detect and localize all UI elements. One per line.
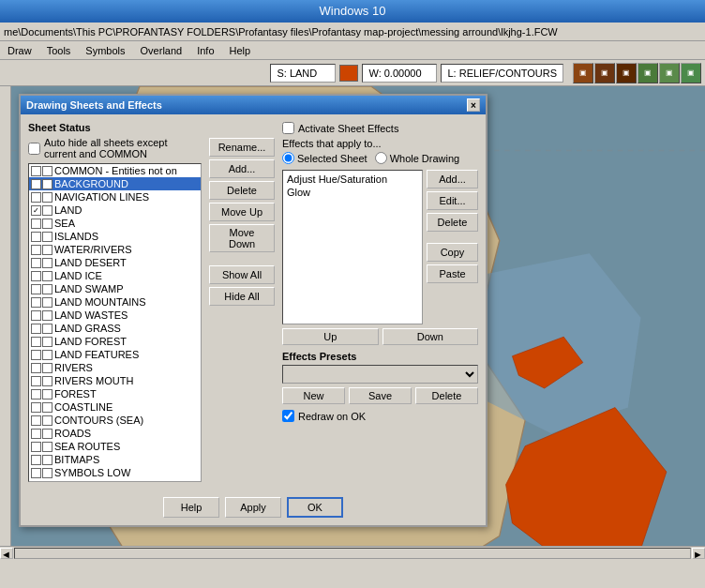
sheet-list-item[interactable]: LAND WASTES <box>29 309 201 322</box>
sheet-visibility-check-1[interactable] <box>31 468 41 478</box>
sheet-list-item[interactable]: BACKGROUND <box>29 177 201 190</box>
sheet-list-item[interactable]: FOREST <box>29 387 201 400</box>
sheet-visibility-check-1[interactable] <box>31 455 41 465</box>
presets-dropdown[interactable] <box>282 365 478 384</box>
sheet-visibility-check-2[interactable] <box>42 376 52 386</box>
sheet-visibility-check-2[interactable] <box>42 284 52 294</box>
add-sheet-button[interactable]: Add... <box>209 159 275 178</box>
sheet-list-item[interactable]: LAND GRASS <box>29 322 201 335</box>
toolbar-btn-3[interactable]: ▣ <box>616 63 637 83</box>
save-preset-button[interactable]: Save <box>349 387 412 404</box>
scroll-right-button[interactable]: ► <box>692 548 705 559</box>
whole-drawing-radio[interactable] <box>375 152 387 164</box>
menu-info[interactable]: Info <box>193 44 218 57</box>
sheet-visibility-check-2[interactable] <box>42 258 52 268</box>
sheet-list-item[interactable]: SEA <box>29 217 201 230</box>
sheet-list-item[interactable]: CONTOURS (SEA) <box>29 414 201 427</box>
sheet-visibility-check-1[interactable] <box>31 429 41 439</box>
edit-effect-button[interactable]: Edit... <box>427 191 478 210</box>
sheet-visibility-check-1[interactable] <box>31 389 41 400</box>
redraw-checkbox[interactable] <box>282 410 294 422</box>
sheet-visibility-check-1[interactable] <box>31 179 41 189</box>
selected-sheet-radio[interactable] <box>282 152 294 164</box>
toolbar-btn-5[interactable]: ▣ <box>659 63 680 83</box>
menu-help[interactable]: Help <box>226 44 255 57</box>
bottom-scrollbar[interactable]: ◄ ► <box>0 546 705 559</box>
sheet-visibility-check-2[interactable] <box>42 468 52 478</box>
rename-button[interactable]: Rename... <box>209 138 275 157</box>
move-up-button[interactable]: Move Up <box>209 203 275 221</box>
sheet-visibility-check-2[interactable] <box>42 350 52 360</box>
show-all-button[interactable]: Show All <box>209 265 275 284</box>
sheet-visibility-check-2[interactable] <box>42 481 52 483</box>
sheet-visibility-check-1[interactable] <box>31 219 41 229</box>
horizontal-scrollbar[interactable] <box>14 548 691 559</box>
sheet-visibility-check-2[interactable] <box>42 179 52 189</box>
sheet-list-item[interactable]: ROADS <box>29 427 201 440</box>
menu-tools[interactable]: Tools <box>43 44 75 57</box>
toolbar-btn-1[interactable]: ▣ <box>573 63 593 83</box>
sheet-visibility-check-2[interactable] <box>42 455 52 465</box>
sheet-list-item[interactable]: COASTLINE <box>29 400 201 414</box>
ok-button[interactable]: OK <box>287 497 343 518</box>
paste-effect-button[interactable]: Paste <box>427 264 478 283</box>
sheet-visibility-check-1[interactable] <box>31 258 41 268</box>
new-preset-button[interactable]: New <box>282 387 345 404</box>
sheet-visibility-check-2[interactable] <box>42 245 52 255</box>
sheet-visibility-check-2[interactable] <box>42 363 52 373</box>
effect-hue-saturation[interactable]: Adjust Hue/Saturation <box>285 173 420 186</box>
delete-preset-button[interactable]: Delete <box>415 387 478 404</box>
menu-draw[interactable]: Draw <box>4 44 36 57</box>
effect-glow[interactable]: Glow <box>285 186 420 199</box>
close-button[interactable]: × <box>467 98 480 112</box>
add-effect-button[interactable]: Add... <box>427 170 478 188</box>
sheet-list-item[interactable]: BITMAPS <box>29 453 201 466</box>
sheet-list[interactable]: COMMON - Entities not onBACKGROUNDNAVIGA… <box>28 163 202 482</box>
down-button[interactable]: Down <box>382 328 479 345</box>
sheet-visibility-check-1[interactable] <box>31 232 41 242</box>
sheet-list-item[interactable]: SEA ROUTES <box>29 440 201 453</box>
sheet-visibility-check-1[interactable] <box>31 350 41 360</box>
sheet-list-item[interactable]: RIVERS <box>29 361 201 374</box>
sheet-list-item[interactable]: NAVIGATION LINES <box>29 190 201 204</box>
sheet-list-item[interactable]: ✓LAND <box>29 204 201 217</box>
sheet-visibility-check-1[interactable] <box>31 337 41 347</box>
menu-overland[interactable]: Overland <box>137 44 187 57</box>
sheet-visibility-check-2[interactable] <box>42 429 52 439</box>
sheet-list-item[interactable]: ISLANDS <box>29 230 201 243</box>
toolbar-btn-4[interactable]: ▣ <box>638 63 658 83</box>
sheet-visibility-check-1[interactable] <box>31 442 41 452</box>
auto-hide-checkbox[interactable] <box>28 143 40 155</box>
delete-sheet-button[interactable]: Delete <box>209 181 275 200</box>
sheet-visibility-check-2[interactable] <box>42 271 52 281</box>
sheet-list-item[interactable]: WATER/RIVERS <box>29 243 201 256</box>
toolbar-btn-2[interactable]: ▣ <box>594 63 615 83</box>
sheet-list-item[interactable]: LAND FOREST <box>29 335 201 348</box>
sheet-visibility-check-1[interactable]: ✓ <box>31 205 41 216</box>
sheet-visibility-check-1[interactable] <box>31 402 41 413</box>
sheet-visibility-check-1[interactable] <box>31 297 41 308</box>
sheet-list-item[interactable]: LAND DESERT <box>29 256 201 269</box>
sheet-list-item[interactable]: RIVERS MOUTH <box>29 374 201 387</box>
sheet-visibility-check-1[interactable] <box>31 166 41 176</box>
toolbar-btn-6[interactable]: ▣ <box>681 63 701 83</box>
menu-symbols[interactable]: Symbols <box>82 44 128 57</box>
help-button[interactable]: Help <box>163 497 219 518</box>
sheet-visibility-check-1[interactable] <box>31 415 41 426</box>
copy-effect-button[interactable]: Copy <box>427 243 478 262</box>
sheet-visibility-check-1[interactable] <box>31 481 41 483</box>
hide-all-button[interactable]: Hide All <box>209 287 275 306</box>
sheet-visibility-check-2[interactable] <box>42 415 52 426</box>
sheet-visibility-check-1[interactable] <box>31 245 41 255</box>
move-down-button[interactable]: Move Down <box>209 224 275 252</box>
sheet-visibility-check-1[interactable] <box>31 192 41 203</box>
sheet-visibility-check-2[interactable] <box>42 442 52 452</box>
sheet-visibility-check-2[interactable] <box>42 310 52 321</box>
delete-effect-button[interactable]: Delete <box>427 213 478 232</box>
activate-effects-checkbox[interactable] <box>282 122 294 134</box>
sheet-visibility-check-2[interactable] <box>42 402 52 413</box>
sheet-list-item[interactable]: COMMON - Entities not on <box>29 164 201 177</box>
apply-button[interactable]: Apply <box>225 497 281 518</box>
sheet-visibility-check-2[interactable] <box>42 297 52 308</box>
effects-list[interactable]: Adjust Hue/Saturation Glow <box>282 170 423 324</box>
